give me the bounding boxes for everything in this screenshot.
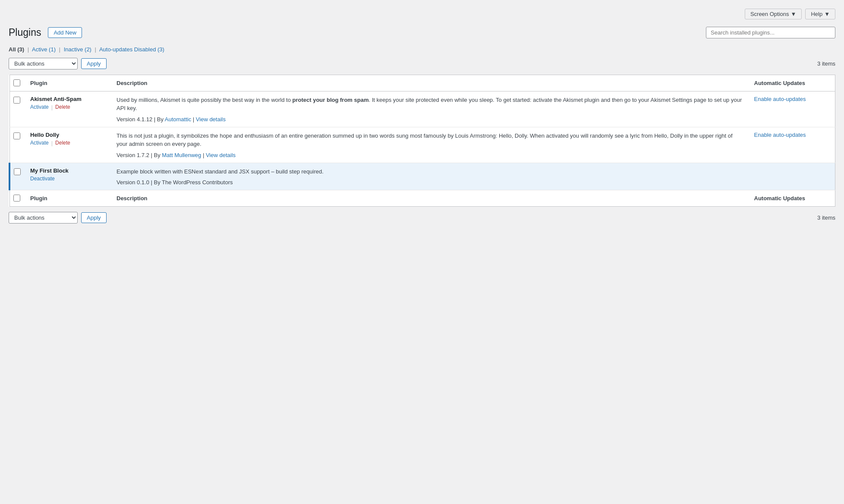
table-footer-description: Description xyxy=(111,190,749,207)
action-separator: | xyxy=(51,104,53,110)
plugin-description-cell: Example block written with ESNext standa… xyxy=(111,163,749,190)
plugin-auto-update-cell: Enable auto-updates xyxy=(749,91,835,127)
row-checkbox-cell xyxy=(9,91,25,127)
plugin-view-details-link[interactable]: View details xyxy=(206,152,236,158)
plugin-auto-update-cell: Enable auto-updates xyxy=(749,127,835,163)
plugin-name: My First Block xyxy=(30,167,106,174)
table-header-auto-updates: Automatic Updates xyxy=(749,75,835,91)
plugin-description: Used by millions, Akismet is quite possi… xyxy=(117,96,744,113)
filter-active[interactable]: Active (1) xyxy=(32,46,56,53)
table-row: Akismet Anti-SpamActivate|DeleteUsed by … xyxy=(9,91,835,127)
plugin-checkbox[interactable] xyxy=(14,168,21,175)
bulk-actions-select-bottom[interactable]: Bulk actions Activate Deactivate Update … xyxy=(9,212,78,224)
help-label: Help xyxy=(811,11,822,17)
plugin-description-cell: Used by millions, Akismet is quite possi… xyxy=(111,91,749,127)
chevron-down-icon: ▼ xyxy=(791,11,797,17)
table-header-plugin: Plugin xyxy=(25,75,111,91)
plugin-action-activate[interactable]: Activate xyxy=(30,104,49,110)
screen-options-button[interactable]: Screen Options ▼ xyxy=(745,9,802,19)
bulk-bar-top: Bulk actions Activate Deactivate Update … xyxy=(9,58,835,69)
help-button[interactable]: Help ▼ xyxy=(805,9,835,19)
filter-inactive[interactable]: Inactive (2) xyxy=(64,46,91,53)
filter-all[interactable]: All (3) xyxy=(9,46,24,53)
plugin-name-cell: Akismet Anti-SpamActivate|Delete xyxy=(25,91,111,127)
filter-links: All (3) | Active (1) | Inactive (2) | Au… xyxy=(9,46,835,53)
table-footer-row: Plugin Description Automatic Updates xyxy=(9,190,835,207)
add-new-button[interactable]: Add New xyxy=(48,27,82,38)
table-footer-checkbox xyxy=(9,190,25,207)
page-title: Plugins xyxy=(9,26,41,39)
plugin-checkbox[interactable] xyxy=(13,97,20,104)
plugin-version-line: Version 1.7.2 | By Matt Mullenweg | View… xyxy=(117,152,744,158)
plugins-table: Plugin Description Automatic Updates Aki… xyxy=(9,75,835,207)
enable-auto-updates-link[interactable]: Enable auto-updates xyxy=(754,96,806,102)
screen-options-label: Screen Options xyxy=(750,11,789,17)
row-checkbox-cell xyxy=(9,127,25,163)
enable-auto-updates-link[interactable]: Enable auto-updates xyxy=(754,132,806,138)
search-input[interactable] xyxy=(706,27,835,38)
filter-auto-updates-disabled[interactable]: Auto-updates Disabled (3) xyxy=(99,46,164,53)
plugin-actions: Activate|Delete xyxy=(30,104,106,110)
table-footer-plugin: Plugin xyxy=(25,190,111,207)
select-all-checkbox[interactable] xyxy=(13,79,20,86)
plugin-auto-update-cell xyxy=(749,163,835,190)
items-count-top: 3 items xyxy=(817,60,835,67)
plugin-actions: Deactivate xyxy=(30,176,106,182)
plugin-action-delete[interactable]: Delete xyxy=(55,140,70,146)
plugin-action-activate[interactable]: Activate xyxy=(30,140,49,146)
table-row: Hello DollyActivate|DeleteThis is not ju… xyxy=(9,127,835,163)
plugin-view-details-link[interactable]: View details xyxy=(196,116,226,123)
action-separator: | xyxy=(51,140,53,146)
plugin-name: Akismet Anti-Spam xyxy=(30,96,106,102)
table-header-row: Plugin Description Automatic Updates xyxy=(9,75,835,91)
plugin-action-delete[interactable]: Delete xyxy=(55,104,70,110)
table-row: My First BlockDeactivateExample block wr… xyxy=(9,163,835,190)
row-checkbox-cell xyxy=(9,163,25,190)
plugin-actions: Activate|Delete xyxy=(30,140,106,146)
bulk-bar-bottom: Bulk actions Activate Deactivate Update … xyxy=(9,212,835,224)
plugin-author-link[interactable]: Automattic xyxy=(165,116,191,123)
table-header-checkbox xyxy=(9,75,25,91)
table-footer-auto-updates: Automatic Updates xyxy=(749,190,835,207)
plugin-version-line: Version 0.1.0 | By The WordPress Contrib… xyxy=(117,179,744,186)
plugin-version-line: Version 4.1.12 | By Automattic | View de… xyxy=(117,116,744,123)
plugin-description: Example block written with ESNext standa… xyxy=(117,167,744,176)
select-all-checkbox-bottom[interactable] xyxy=(13,195,20,202)
plugin-author-link[interactable]: Matt Mullenweg xyxy=(162,152,201,158)
bulk-actions-select-top[interactable]: Bulk actions Activate Deactivate Update … xyxy=(9,58,78,69)
bulk-apply-button-bottom[interactable]: Apply xyxy=(81,212,107,223)
table-header-description: Description xyxy=(111,75,749,91)
items-count-bottom: 3 items xyxy=(817,214,835,221)
plugin-name-cell: My First BlockDeactivate xyxy=(25,163,111,190)
plugin-name: Hello Dolly xyxy=(30,132,106,138)
plugin-action-deactivate[interactable]: Deactivate xyxy=(30,176,55,182)
chevron-down-icon: ▼ xyxy=(824,11,830,17)
plugin-name-cell: Hello DollyActivate|Delete xyxy=(25,127,111,163)
plugin-checkbox[interactable] xyxy=(13,132,20,139)
bulk-apply-button-top[interactable]: Apply xyxy=(81,58,107,69)
plugin-description-cell: This is not just a plugin, it symbolizes… xyxy=(111,127,749,163)
plugin-description: This is not just a plugin, it symbolizes… xyxy=(117,132,744,148)
